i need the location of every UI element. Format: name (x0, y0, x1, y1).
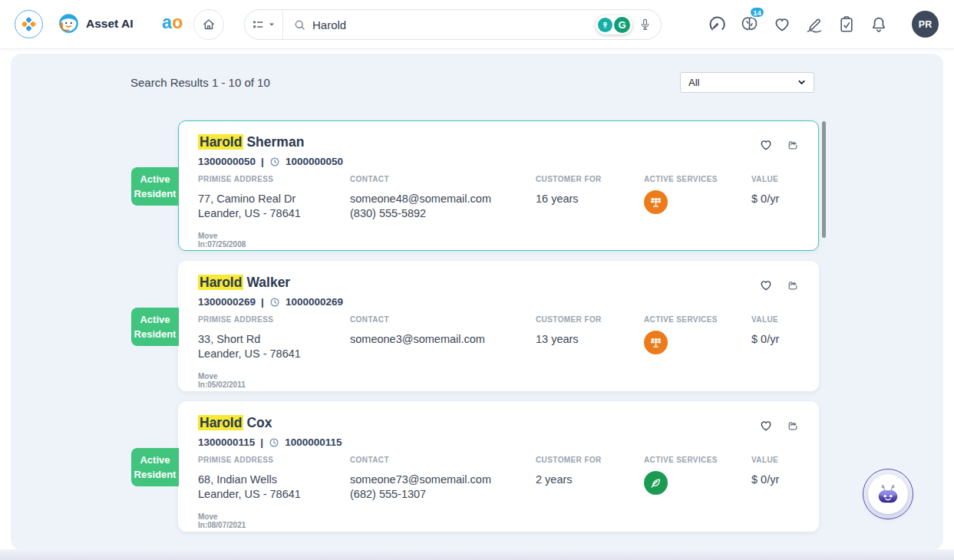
email: someone73@somemail.com (350, 473, 536, 487)
top-navbar: Asset AI ao (0, 0, 954, 49)
brand-logo[interactable]: Asset AI (57, 12, 133, 35)
status-badge: Active Resident (131, 308, 179, 346)
premise-address-value: 68, Indian Wells Leander, US - 78641 (198, 473, 350, 502)
usage-gauge-icon[interactable] (708, 15, 727, 34)
account-number: 1300000050 (198, 156, 256, 167)
results-scrollbar-thumb[interactable] (822, 121, 826, 238)
customer-card[interactable]: Active Resident HaroldSherman 130000005 (178, 120, 819, 251)
phone: (682) 555-1307 (350, 487, 536, 502)
contact-value: someone3@somemail.com (350, 332, 536, 347)
history-number: 1000000269 (286, 296, 343, 308)
status-badge: Active Resident (131, 448, 179, 486)
value-amount: $ 0/yr (751, 332, 800, 347)
history-clock-icon[interactable] (269, 156, 280, 167)
move-in-date: Move In:08/07/2021 (198, 512, 350, 529)
active-services-label: ACTIVE SERVICES (644, 456, 751, 464)
customer-for-value: 13 years (536, 332, 644, 347)
history-number: 1000000050 (286, 156, 343, 167)
customer-ids: 1300000115 | 1000000115 (198, 436, 800, 448)
notification-count-badge: 14 (749, 6, 765, 18)
results-filter-select[interactable]: All (680, 72, 814, 93)
phone: (830) 555-5892 (350, 206, 536, 221)
search-highlight: Harold (198, 134, 243, 150)
move-in-date: Move In:05/02/2011 (198, 372, 350, 389)
move-in-date: Move In:07/25/2008 (198, 232, 350, 249)
leaf-service-icon[interactable] (644, 471, 668, 495)
history-clock-icon[interactable] (269, 437, 279, 448)
share-icon[interactable] (786, 278, 800, 292)
premise-address-value: 33, Short Rd Leander, US - 78641 (198, 332, 350, 361)
chatbot-launcher-button[interactable] (863, 469, 913, 519)
search-category-dropdown[interactable] (245, 10, 283, 39)
value-amount: $ 0/yr (751, 473, 800, 487)
clipboard-check-icon[interactable] (837, 15, 856, 34)
app-launcher-button[interactable] (15, 10, 43, 38)
chevron-down-icon (268, 21, 276, 28)
list-view-icon (252, 18, 265, 31)
customer-for-value: 16 years (536, 192, 644, 206)
filter-selected-value: All (688, 77, 699, 88)
contact-label: CONTACT (350, 315, 536, 324)
favorite-heart-icon[interactable] (759, 419, 773, 433)
email: someone48@somemail.com (350, 192, 536, 206)
results-summary: Search Results 1 - 10 of 10 (130, 76, 270, 89)
customer-name[interactable]: HaroldSherman (198, 134, 800, 150)
solar-service-icon[interactable] (644, 190, 668, 214)
active-services-label: ACTIVE SERVICES (644, 315, 751, 324)
ao-partner-logo[interactable]: ao (162, 12, 183, 33)
search-icon (293, 18, 306, 31)
pinwheel-icon (21, 17, 36, 31)
results-card-list: Active Resident HaroldSherman 130000005 (178, 120, 819, 532)
value-amount: $ 0/yr (751, 192, 800, 206)
grammarly-extension-icon[interactable]: G (614, 17, 630, 33)
contact-label: CONTACT (350, 456, 536, 464)
premise-address-label: PRIMISE ADDRESS (198, 315, 350, 324)
home-icon (201, 17, 216, 32)
favorite-heart-icon[interactable] (759, 278, 773, 292)
share-icon[interactable] (786, 138, 800, 152)
page-bottom-edge (0, 549, 954, 560)
chevron-down-icon (797, 78, 806, 87)
languagetool-extension-icon[interactable] (598, 18, 612, 32)
customer-name[interactable]: HaroldCox (198, 415, 800, 431)
premise-address-value: 77, Camino Real Dr Leander, US - 78641 (198, 192, 350, 221)
contact-label: CONTACT (350, 175, 536, 183)
account-number: 1300000115 (198, 436, 255, 448)
active-services-label: ACTIVE SERVICES (644, 175, 751, 183)
value-label: VALUE (751, 175, 800, 183)
premise-address-label: PRIMISE ADDRESS (198, 456, 350, 464)
microphone-icon[interactable] (639, 18, 651, 32)
status-badge: Active Resident (131, 167, 179, 206)
search-highlight: Harold (198, 275, 243, 290)
customer-for-label: CUSTOMER FOR (536, 175, 644, 183)
customer-for-value: 2 years (536, 473, 644, 487)
favorite-heart-icon[interactable] (759, 138, 773, 152)
customer-ids: 1300000050 | 1000000050 (198, 156, 800, 167)
ai-brain-icon[interactable]: 14 (740, 15, 759, 34)
signature-pen-icon[interactable] (804, 15, 824, 34)
customer-for-label: CUSTOMER FOR (536, 315, 644, 324)
notifications-bell-icon[interactable] (869, 15, 888, 34)
navbar-action-icons: 14 (708, 15, 888, 34)
search-input[interactable] (312, 18, 596, 31)
home-button[interactable] (193, 9, 224, 40)
share-icon[interactable] (786, 419, 800, 433)
customer-card[interactable]: Active Resident HaroldWalker 1300000269 (178, 261, 819, 391)
history-number: 1000000115 (285, 436, 342, 448)
user-avatar[interactable]: PR (912, 11, 939, 38)
asset-ai-mascot-icon (57, 12, 81, 35)
brand-name: Asset AI (86, 17, 133, 31)
browser-extensions-pill: G (596, 15, 632, 35)
favorites-heart-icon[interactable] (772, 15, 791, 34)
customer-name[interactable]: HaroldWalker (198, 275, 800, 291)
search-highlight: Harold (198, 415, 243, 430)
history-clock-icon[interactable] (269, 297, 280, 308)
account-number: 1300000269 (198, 296, 256, 308)
customer-ids: 1300000269 | 1000000269 (198, 296, 800, 308)
contact-value: someone73@somemail.com (682) 555-1307 (350, 473, 536, 502)
global-search-bar: G (244, 9, 662, 40)
customer-card[interactable]: Active Resident HaroldCox 1300000115 (178, 401, 819, 532)
value-label: VALUE (751, 315, 800, 324)
solar-service-icon[interactable] (644, 331, 668, 354)
value-label: VALUE (751, 456, 800, 464)
